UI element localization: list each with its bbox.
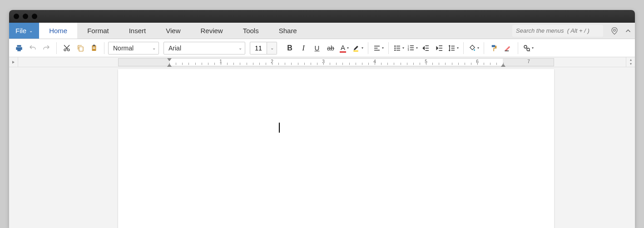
italic-button[interactable]: I bbox=[297, 41, 310, 55]
chevron-down-icon: ▾ bbox=[402, 46, 404, 50]
tab-share[interactable]: Share bbox=[269, 23, 307, 39]
ruler-tick bbox=[247, 63, 247, 65]
separator bbox=[104, 42, 104, 54]
ruler-tick bbox=[221, 63, 221, 65]
strikethrough-button[interactable]: ab bbox=[324, 41, 337, 55]
font-size-dropdown[interactable]: ⌄ bbox=[267, 42, 277, 55]
svg-rect-13 bbox=[396, 48, 400, 49]
svg-rect-18 bbox=[410, 45, 414, 46]
increase-indent-button[interactable] bbox=[433, 41, 446, 55]
svg-rect-19 bbox=[410, 47, 414, 48]
menu-tabs: File ⌄ Home Format Insert View Review To… bbox=[9, 23, 635, 39]
ruler-tick bbox=[356, 63, 356, 65]
decrease-indent-button[interactable] bbox=[420, 41, 432, 55]
ruler-tick bbox=[458, 63, 459, 65]
app-window: File ⌄ Home Format Insert View Review To… bbox=[9, 10, 635, 228]
separator bbox=[484, 42, 484, 54]
cut-button[interactable] bbox=[60, 41, 73, 55]
svg-point-10 bbox=[394, 47, 396, 49]
separator bbox=[463, 42, 464, 54]
ruler-tick bbox=[484, 63, 484, 65]
ruler-tick bbox=[182, 63, 183, 65]
undo-button[interactable] bbox=[26, 41, 39, 55]
paragraph-style-combo[interactable]: Normal ⌄ bbox=[108, 42, 159, 55]
document-area[interactable] bbox=[9, 67, 635, 228]
tab-stop-selector[interactable] bbox=[9, 57, 18, 67]
ruler-tick bbox=[490, 63, 490, 65]
ruler-tick bbox=[375, 63, 375, 65]
location-pin-icon[interactable] bbox=[608, 23, 621, 39]
ruler-tick bbox=[317, 63, 317, 65]
svg-rect-5 bbox=[93, 45, 95, 46]
tab-format-label: Format bbox=[87, 27, 109, 35]
collapse-ribbon-button[interactable] bbox=[621, 23, 635, 39]
window-minimize-dot[interactable] bbox=[23, 14, 28, 19]
fill-color-button[interactable]: ▾ bbox=[467, 41, 480, 55]
ruler-tick bbox=[311, 63, 311, 65]
ruler-tick bbox=[240, 63, 240, 65]
tab-tools[interactable]: Tools bbox=[233, 23, 269, 39]
ruler-tick bbox=[401, 63, 401, 65]
svg-point-21 bbox=[524, 45, 527, 48]
find-replace-button[interactable]: ▾ bbox=[522, 41, 535, 55]
ruler-tick bbox=[368, 63, 369, 65]
ruler-tick bbox=[471, 63, 471, 65]
tab-share-label: Share bbox=[279, 27, 297, 35]
print-button[interactable] bbox=[13, 41, 25, 55]
chevron-down-icon: ▾ bbox=[382, 46, 384, 50]
ruler-tick bbox=[214, 63, 215, 65]
font-size-input[interactable] bbox=[250, 42, 267, 55]
ruler-tick bbox=[362, 63, 362, 65]
numbered-list-button[interactable]: 123▾ bbox=[406, 41, 419, 55]
tab-home-label: Home bbox=[49, 27, 67, 35]
window-zoom-dot[interactable] bbox=[32, 14, 37, 19]
highlight-color-button[interactable]: ▾ bbox=[352, 41, 364, 55]
file-menu-label: File bbox=[15, 27, 26, 35]
copy-button[interactable] bbox=[74, 41, 87, 55]
chevron-down-icon: ⌄ bbox=[29, 28, 33, 33]
align-button[interactable]: ▾ bbox=[372, 41, 385, 55]
ruler-tick bbox=[227, 63, 228, 65]
ruler-tick bbox=[291, 63, 292, 65]
page-down-button[interactable]: ▾ bbox=[630, 62, 632, 66]
file-menu[interactable]: File ⌄ bbox=[9, 23, 39, 39]
page-up-button[interactable]: ▴ bbox=[630, 58, 632, 62]
ruler-tick bbox=[496, 63, 497, 65]
search-menus-input[interactable] bbox=[512, 25, 603, 37]
bold-button[interactable]: B bbox=[283, 41, 296, 55]
ruler-tick bbox=[176, 63, 176, 65]
clear-formatting-button[interactable] bbox=[501, 41, 514, 55]
window-close-dot[interactable] bbox=[14, 14, 19, 19]
horizontal-ruler[interactable]: 1 2 3 4 5 6 7 bbox=[118, 58, 554, 66]
tab-view[interactable]: View bbox=[156, 23, 190, 39]
paste-button[interactable] bbox=[88, 41, 100, 55]
tab-review-label: Review bbox=[200, 27, 223, 35]
page-canvas[interactable] bbox=[118, 69, 554, 228]
tab-insert[interactable]: Insert bbox=[119, 23, 156, 39]
bullet-list-button[interactable]: ▾ bbox=[392, 41, 405, 55]
ruler-tick bbox=[381, 63, 381, 65]
svg-rect-14 bbox=[396, 50, 400, 50]
ruler-tick bbox=[349, 63, 350, 65]
ruler-tick bbox=[407, 63, 407, 65]
format-painter-button[interactable] bbox=[488, 41, 500, 55]
first-line-indent-marker[interactable] bbox=[167, 58, 172, 61]
ruler-tick bbox=[195, 63, 196, 65]
page-nav-buttons: ▴ ▾ bbox=[626, 57, 635, 67]
font-family-combo[interactable]: Arial ⌄ bbox=[163, 42, 245, 55]
tab-home[interactable]: Home bbox=[39, 23, 77, 39]
separator bbox=[56, 42, 57, 54]
separator bbox=[368, 42, 368, 54]
redo-button[interactable] bbox=[40, 41, 53, 55]
line-spacing-button[interactable]: ▾ bbox=[447, 41, 460, 55]
underline-button[interactable]: U bbox=[311, 41, 323, 55]
svg-rect-20 bbox=[410, 50, 414, 50]
ruler-tick bbox=[330, 63, 330, 65]
tab-format[interactable]: Format bbox=[77, 23, 119, 39]
tab-tools-label: Tools bbox=[243, 27, 259, 35]
chevron-down-icon: ▾ bbox=[347, 46, 349, 50]
font-color-button[interactable]: A▾ bbox=[338, 41, 351, 55]
ruler-tick bbox=[272, 63, 272, 65]
tab-review[interactable]: Review bbox=[190, 23, 233, 39]
ruler-tick bbox=[233, 63, 234, 65]
